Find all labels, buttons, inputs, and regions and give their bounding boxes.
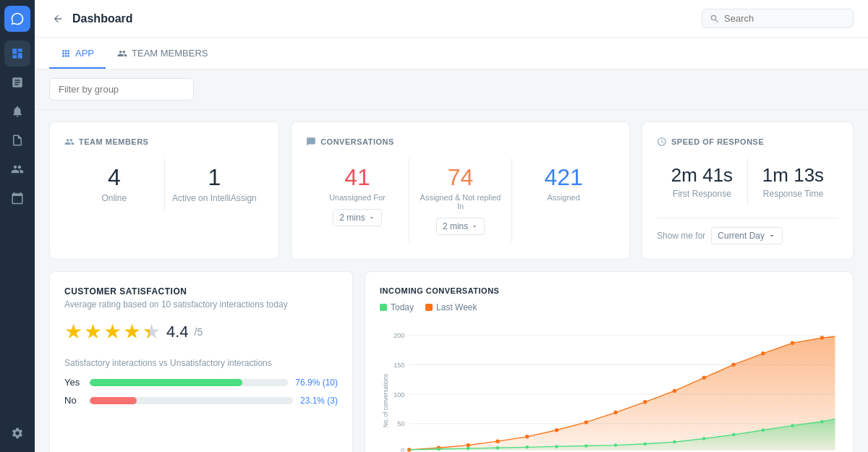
sidebar-item-dashboard[interactable] xyxy=(4,40,30,67)
search-input[interactable] xyxy=(724,13,846,24)
team-active-value: 1 xyxy=(172,166,258,189)
speed-response-label: Response Time xyxy=(755,189,831,199)
interaction-yes-bar xyxy=(90,379,288,386)
sidebar-item-calendar[interactable] xyxy=(4,185,30,211)
svg-point-21 xyxy=(702,376,706,380)
svg-text:200: 200 xyxy=(393,332,404,339)
speed-first-response: 2m 41s First Response xyxy=(657,158,748,206)
notreplied-dropdown-btn[interactable]: 2 mins xyxy=(436,218,485,235)
conv-icon xyxy=(306,137,316,147)
svg-point-32 xyxy=(614,443,618,447)
team-online-value: 4 xyxy=(72,166,157,189)
svg-point-38 xyxy=(791,424,794,427)
interaction-no-pct: 23.1% (3) xyxy=(300,396,338,406)
team-members-icon xyxy=(117,48,127,59)
svg-point-24 xyxy=(791,341,794,345)
legend-lastweek: Last Week xyxy=(425,302,477,312)
conv-notreplied-value: 74 xyxy=(417,166,505,189)
tab-app[interactable]: APP xyxy=(49,38,106,69)
legend-today-dot xyxy=(380,304,387,311)
conv-metric-unassigned: 41 Unassigned For 2 mins xyxy=(306,158,409,242)
svg-point-16 xyxy=(555,428,558,432)
search-box[interactable] xyxy=(702,9,854,28)
conv-metric-notreplied: 74 Assigned & Not replied In 2 mins xyxy=(409,158,513,242)
sidebar-item-team[interactable] xyxy=(4,156,30,182)
interaction-no-fill xyxy=(90,397,137,404)
sidebar-item-documents[interactable] xyxy=(4,127,30,153)
conv-notreplied-dropdown: 2 mins xyxy=(417,218,505,235)
interaction-yes-pct: 76.9% (10) xyxy=(295,378,338,388)
star-2: ★ xyxy=(84,320,102,344)
bottom-row: CUSTOMER SATISFACTION Average rating bas… xyxy=(49,271,854,452)
conv-metrics: 41 Unassigned For 2 mins 74 Assigned & N… xyxy=(306,158,615,242)
svg-point-28 xyxy=(496,446,500,450)
conv-metric-assigned: 421 Assigned xyxy=(512,158,615,242)
svg-text:50: 50 xyxy=(397,420,404,427)
svg-point-17 xyxy=(584,420,588,424)
tab-team-members[interactable]: TEAM MEMBERS xyxy=(106,38,219,69)
conversations-card-title: CONVERSATIONS xyxy=(306,137,615,147)
sidebar-item-settings[interactable] xyxy=(4,420,30,446)
conv-unassigned-dropdown: 2 mins xyxy=(313,209,401,226)
filter-input[interactable] xyxy=(49,78,194,101)
main-area: Dashboard APP TEAM MEMBERS TEAM MEM xyxy=(35,0,868,452)
svg-point-39 xyxy=(820,420,824,424)
sidebar-item-reports[interactable] xyxy=(4,69,30,95)
conv-assigned-label: Assigned xyxy=(519,193,608,202)
csat-subtitle: Average rating based on 10 satisfactory … xyxy=(64,299,338,310)
speed-first-value: 2m 41s xyxy=(664,166,740,184)
header-left: Dashboard xyxy=(49,10,133,27)
csat-rating-suffix: /5 xyxy=(195,326,203,338)
legend-today-label: Today xyxy=(391,302,414,312)
interaction-no-label: No xyxy=(64,395,82,406)
svg-point-19 xyxy=(643,400,647,404)
svg-point-26 xyxy=(437,448,441,451)
svg-point-13 xyxy=(467,443,470,447)
team-metrics: 4 Online 1 Active on IntelliAssign xyxy=(64,158,264,210)
unassigned-dropdown-btn[interactable]: 2 mins xyxy=(333,209,381,226)
page-title: Dashboard xyxy=(72,12,133,25)
svg-point-25 xyxy=(820,336,824,339)
chart-card: INCOMING CONVERSATIONS Today Last Week xyxy=(365,271,854,452)
csat-title: CUSTOMER SATISFACTION xyxy=(64,286,338,297)
svg-point-23 xyxy=(761,351,765,355)
svg-point-30 xyxy=(555,445,558,448)
legend-lastweek-dot xyxy=(425,304,433,311)
speed-metrics: 2m 41s First Response 1m 13s Response Ti… xyxy=(657,158,838,206)
show-me-dropdown-btn[interactable]: Current Day xyxy=(711,227,783,244)
sidebar-logo xyxy=(4,6,30,32)
sidebar-item-notifications[interactable] xyxy=(4,98,30,124)
chart-container: 200 150 100 50 0 No. of conversations xyxy=(380,321,838,452)
chart-title: INCOMING CONVERSATIONS xyxy=(380,286,838,295)
show-me-value: Current Day xyxy=(718,231,765,241)
filter-bar xyxy=(35,69,868,110)
svg-point-36 xyxy=(732,433,736,437)
stars: ★ ★ ★ ★ ★★ xyxy=(64,320,161,344)
team-card-icon xyxy=(64,137,75,147)
chevron-down-icon-3 xyxy=(767,231,776,240)
tabs-bar: APP TEAM MEMBERS xyxy=(35,38,868,69)
team-metric-active: 1 Active on IntelliAssign xyxy=(165,158,265,210)
svg-point-37 xyxy=(762,428,765,432)
back-button[interactable] xyxy=(49,10,67,27)
tab-team-members-label: TEAM MEMBERS xyxy=(132,48,208,59)
interaction-yes-row: Yes 76.9% (10) xyxy=(64,377,338,388)
chart-legend: Today Last Week xyxy=(380,302,838,312)
svg-text:150: 150 xyxy=(393,362,404,369)
svg-text:No. of conversations: No. of conversations xyxy=(383,374,389,427)
stars-row: ★ ★ ★ ★ ★★ 4.4 /5 xyxy=(64,320,338,344)
legend-lastweek-label: Last Week xyxy=(436,302,477,312)
interaction-yes-label: Yes xyxy=(64,377,82,388)
show-me-row: Show me for Current Day xyxy=(657,218,838,244)
chevron-down-icon xyxy=(368,214,375,221)
conv-unassigned-label: Unassigned For xyxy=(313,193,401,202)
speed-response-time: 1m 13s Response Time xyxy=(748,158,838,206)
svg-point-22 xyxy=(731,362,735,366)
svg-point-31 xyxy=(584,444,588,448)
svg-point-27 xyxy=(467,447,470,451)
svg-point-33 xyxy=(644,443,647,446)
conv-notreplied-label: Assigned & Not replied In xyxy=(417,193,505,210)
speed-icon xyxy=(657,137,667,147)
star-1: ★ xyxy=(64,320,82,344)
interactions-title: Satisfactory interactions vs Unsatisfact… xyxy=(64,358,338,368)
